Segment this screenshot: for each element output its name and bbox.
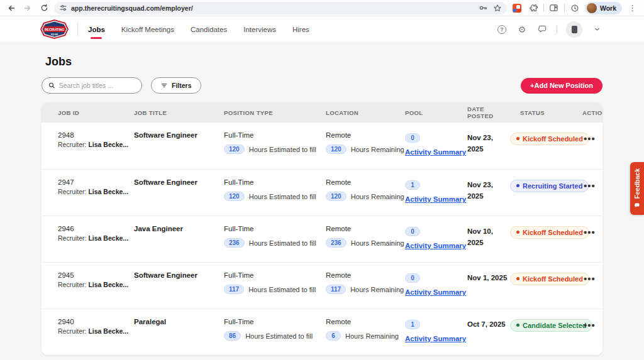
location: Remote <box>326 225 405 232</box>
search-input[interactable] <box>59 82 135 89</box>
activity-summary-link[interactable]: Activity Summary <box>405 195 466 203</box>
nav-item-jobs[interactable]: Jobs <box>88 18 105 41</box>
location-cell: Remote 120 Hours Remaining <box>326 178 405 201</box>
job-title-cell: Paralegal <box>134 318 224 325</box>
side-panel-icon[interactable] <box>548 2 560 14</box>
job-id-cell: 2948 Recruiter: Lisa Becke... <box>58 131 134 148</box>
header-date-posted: DATE POSTED <box>467 106 510 119</box>
date-posted: Nov 23, 2025 <box>467 134 493 153</box>
table-row: 2947 Recruiter: Lisa Becke... Software E… <box>42 169 602 215</box>
search-icon <box>48 82 55 89</box>
nav-item-kickoff-meetings[interactable]: Kickoff Meetings <box>121 18 174 41</box>
position-type-cell: Full-Time 117 Hours Estimated to fill <box>224 271 326 294</box>
location-cell: Remote 120 Hours Remaining <box>326 131 405 154</box>
account-chevron-down-icon[interactable] <box>591 24 602 35</box>
filters-button[interactable]: Filters <box>151 77 201 94</box>
history-clock-icon[interactable] <box>569 2 581 14</box>
recruiter-name: Lisa Becke... <box>88 234 128 242</box>
header-position-type: POSITION TYPE <box>224 109 326 116</box>
settings-gear-icon[interactable]: ⚙ <box>516 24 528 35</box>
browser-menu-icon[interactable]: ⋮ <box>626 3 639 13</box>
address-bar[interactable]: app.therecruitingsquad.com/employer/ <box>54 2 507 14</box>
status-badge: Kickoff Scheduled <box>510 226 589 239</box>
date-posted-cell: Nov 1, 2025 <box>467 271 510 283</box>
site-settings-icon[interactable] <box>59 4 67 12</box>
back-button[interactable] <box>5 2 18 14</box>
position-type-cell: Full-Time 120 Hours Estimated to fill <box>224 131 326 154</box>
feedback-label: Feedback <box>633 168 641 199</box>
row-actions-button[interactable]: ••• <box>582 318 597 332</box>
password-key-icon[interactable] <box>479 3 488 13</box>
nav-divider <box>77 23 78 36</box>
recruiter-name: Lisa Becke... <box>88 327 128 335</box>
status-text: Candidate Selected <box>523 322 586 329</box>
nav-item-interviews[interactable]: Interviews <box>243 18 276 41</box>
job-title-cell: Software Engineer <box>134 178 224 186</box>
toolbar-divider <box>564 4 565 12</box>
job-id-cell: 2945 Recruiter: Lisa Becke... <box>58 271 134 288</box>
hours-estimated-badge: 86 <box>224 331 241 341</box>
table-row: 2946 Recruiter: Lisa Becke... Java Engin… <box>42 215 602 262</box>
table-row: 2948 Recruiter: Lisa Becke... Software E… <box>42 123 602 169</box>
pool-count-badge: 0 <box>405 273 420 283</box>
pool-cell: 1 Activity Summary <box>405 318 467 344</box>
page-title: Jobs <box>45 55 602 68</box>
toolbar: Filters +Add New Position <box>42 77 602 94</box>
row-actions-button[interactable]: ••• <box>582 178 597 193</box>
row-actions-button[interactable]: ••• <box>582 225 597 239</box>
activity-summary-link[interactable]: Activity Summary <box>405 148 466 156</box>
main-content: Jobs Filters +Add New Position JOB ID JO… <box>0 43 644 355</box>
location-cell: Remote 6 Hours Remaining <box>326 318 405 341</box>
date-posted: Nov 10, 2025 <box>467 227 493 246</box>
header-job-id: JOB ID <box>58 109 134 116</box>
nav-item-hires[interactable]: Hires <box>292 18 309 41</box>
header-pool: POOL <box>405 109 467 116</box>
row-actions-button[interactable]: ••• <box>582 271 597 286</box>
recruiting-squad-logo[interactable]: RECRUITING SQUAD <box>40 19 69 39</box>
position-type: Full-Time <box>224 225 326 232</box>
chat-bubble-icon[interactable] <box>536 24 548 35</box>
status-cell: Kickoff Scheduled <box>510 271 582 285</box>
extensions-puzzle-icon[interactable] <box>527 2 540 14</box>
feedback-tab[interactable]: Feedback <box>630 162 644 215</box>
toolbar-divider <box>543 4 544 12</box>
status-cell: Candidate Selected <box>510 318 582 332</box>
pool-cell: 0 Activity Summary <box>405 131 467 157</box>
hours-remaining-badge: 6 <box>326 331 341 341</box>
pool-count-badge: 1 <box>405 320 420 329</box>
header-actions: ACTIONS <box>582 109 602 116</box>
bookmark-star-icon[interactable] <box>493 4 502 13</box>
nav-item-candidates[interactable]: Candidates <box>191 18 227 41</box>
job-title: Software Engineer <box>134 271 224 279</box>
nav-right-divider <box>557 25 557 33</box>
job-id: 2945 <box>58 271 134 279</box>
account-avatar[interactable] <box>566 21 582 38</box>
table-row: 2940 Recruiter: Lisa Becke... Paralegal … <box>42 308 602 355</box>
pool-cell: 1 Activity Summary <box>405 178 467 204</box>
row-actions-button[interactable]: ••• <box>582 131 597 146</box>
status-cell: Kickoff Scheduled <box>510 225 582 239</box>
recruiter-name: Lisa Becke... <box>88 141 128 148</box>
add-new-position-button[interactable]: +Add New Position <box>521 78 602 94</box>
status-badge: Candidate Selected <box>510 319 592 332</box>
hours-remaining-label: Hours Remaining <box>351 193 404 200</box>
activity-summary-link[interactable]: Activity Summary <box>405 288 466 296</box>
hours-estimated-badge: 120 <box>224 192 245 201</box>
extension-shortcut-icon[interactable] <box>511 2 523 14</box>
activity-summary-link[interactable]: Activity Summary <box>405 335 466 342</box>
position-type-cell: Full-Time 86 Hours Estimated to fill <box>224 318 326 341</box>
profile-label: Work <box>600 4 616 12</box>
position-type: Full-Time <box>224 318 326 325</box>
url-text: app.therecruitingsquad.com/employer/ <box>71 4 475 12</box>
hours-estimated-label: Hours Estimated to fill <box>245 332 313 340</box>
browser-profile-button[interactable]: Work <box>585 2 622 14</box>
recruiter-line: Recruiter: Lisa Becke... <box>58 141 134 148</box>
status-badge: Recruiting Started <box>510 180 589 192</box>
forward-button[interactable] <box>21 2 34 14</box>
feedback-chat-icon <box>634 202 640 209</box>
reload-button[interactable] <box>38 2 50 14</box>
help-icon[interactable]: ? <box>496 24 508 35</box>
hours-remaining-badge: 120 <box>326 192 347 201</box>
activity-summary-link[interactable]: Activity Summary <box>405 242 466 249</box>
job-title-cell: Software Engineer <box>134 271 224 279</box>
